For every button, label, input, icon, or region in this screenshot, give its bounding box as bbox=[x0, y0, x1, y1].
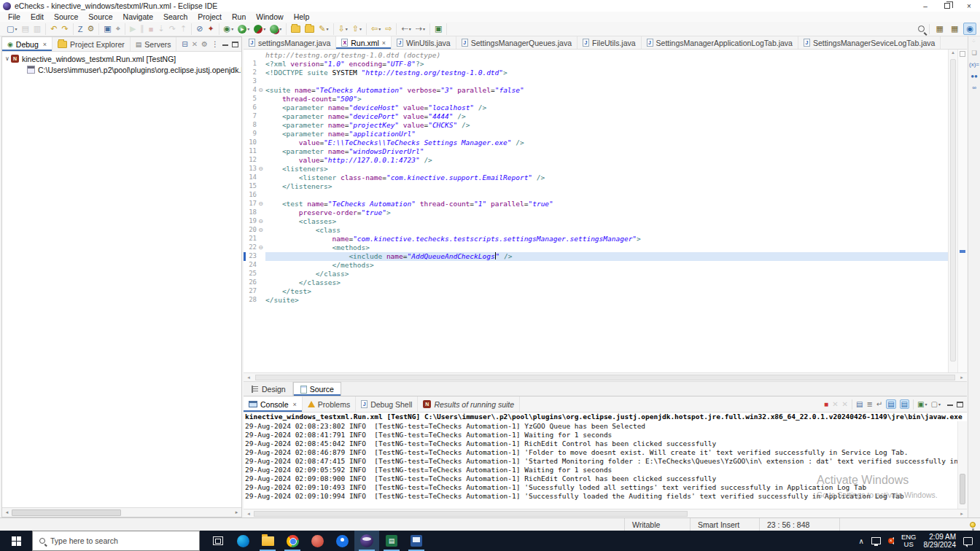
code-line[interactable]: 9 <parameter name="applicationUrl" bbox=[244, 130, 948, 138]
word-wrap-icon[interactable]: ↵ bbox=[876, 400, 882, 408]
scroll-left-icon[interactable]: ◂ bbox=[2, 509, 12, 515]
code-line[interactable]: 14 <listener class-name="com.kinective.s… bbox=[244, 173, 948, 182]
code-line[interactable]: 16 bbox=[244, 191, 948, 200]
java-perspective-icon[interactable]: ▦ bbox=[949, 23, 960, 34]
fold-collapse-icon[interactable]: ⊖ bbox=[257, 165, 265, 173]
strip-handle[interactable]: ⁘ bbox=[972, 39, 977, 44]
dropdown-arrow-icon[interactable]: ▾ bbox=[925, 402, 928, 407]
current-code-line[interactable]: 23 <include name="AddQueueAndCheckLogs" … bbox=[244, 252, 948, 261]
code-line[interactable]: 26 </classes> bbox=[244, 278, 948, 287]
terminate-button[interactable]: ■ bbox=[147, 23, 156, 35]
fold-collapse-icon[interactable]: ⊖ bbox=[257, 226, 265, 235]
show-hidden-icons-icon[interactable]: ∧ bbox=[859, 537, 864, 545]
profile-button[interactable]: ▾ bbox=[268, 23, 284, 35]
console-vscrollbar[interactable] bbox=[957, 421, 967, 509]
scroll-thumb[interactable] bbox=[255, 375, 955, 380]
dropdown-arrow-icon[interactable]: ▾ bbox=[279, 26, 281, 31]
menu-source[interactable]: Source bbox=[83, 12, 117, 21]
collapse-all-icon[interactable]: ⊟ bbox=[182, 40, 187, 48]
step-over-button[interactable]: ↷ bbox=[167, 23, 178, 35]
coverage-button[interactable]: ▾ bbox=[252, 23, 268, 35]
code-line[interactable]: 15 </listeners> bbox=[244, 182, 948, 191]
variables-view-icon[interactable]: (x)= bbox=[969, 61, 979, 68]
close-tab-icon[interactable]: × bbox=[293, 401, 297, 408]
dropdown-arrow-icon[interactable]: ▾ bbox=[263, 26, 265, 31]
code-line[interactable]: 7 <parameter name="devicePort" value="44… bbox=[244, 112, 948, 121]
editor-tab-settingsmanager.java[interactable]: JsettingsManager.java bbox=[244, 36, 336, 49]
next-edit-button[interactable]: ⇨ bbox=[383, 23, 394, 35]
tab-source[interactable]: Source bbox=[293, 382, 341, 396]
remove-launch-icon[interactable]: ✕ bbox=[832, 400, 838, 408]
taskbar-app-eclipse[interactable] bbox=[354, 531, 379, 551]
console-output[interactable]: 29-Aug-2024 02:08:23:802 INFO [TestNG-te… bbox=[244, 421, 967, 509]
taskbar-app-task-view[interactable] bbox=[206, 531, 230, 551]
resume-button[interactable]: ▶ bbox=[128, 23, 138, 35]
language-indicator[interactable]: ENGUS bbox=[901, 534, 917, 548]
view-gear-icon[interactable]: ⚙ bbox=[201, 40, 208, 48]
back-button[interactable]: ⇠▾ bbox=[399, 23, 413, 35]
code-line[interactable]: 12 value="http://127.0.0.1:4723" /> bbox=[244, 156, 948, 165]
fold-collapse-icon[interactable]: ⊖ bbox=[257, 243, 265, 252]
taskbar-app-chrome[interactable] bbox=[280, 531, 305, 551]
menu-help[interactable]: Help bbox=[289, 12, 315, 21]
disconnect-icon[interactable]: ✕ bbox=[192, 40, 198, 48]
open-perspective-icon[interactable]: ▦ bbox=[934, 23, 946, 34]
view-tab-project-explorer[interactable]: Project Explorer bbox=[52, 37, 131, 51]
pin-console-icon[interactable]: ▤ bbox=[886, 399, 895, 409]
undo-button[interactable]: ↶ bbox=[48, 23, 59, 35]
editor-tab-run.xml[interactable]: XRun.xml× bbox=[336, 36, 392, 49]
scroll-thumb[interactable] bbox=[254, 511, 688, 517]
code-line[interactable]: 17⊖ <test name="TeChecks Automation" thr… bbox=[244, 200, 948, 208]
code-line[interactable]: 4⊖<suite name="TeChecks Automation" verb… bbox=[244, 86, 948, 95]
previous-annotation-button[interactable]: ⇧▾ bbox=[350, 23, 364, 35]
editor-tab-settingsmanagerapplicationlogtab.java[interactable]: JSettingsManagerApplicationLogTab.java bbox=[642, 36, 798, 49]
code-line[interactable]: 28</suite> bbox=[244, 296, 948, 305]
action-center-icon[interactable] bbox=[963, 537, 973, 545]
menu-edit[interactable]: Edit bbox=[26, 12, 49, 21]
menu-run[interactable]: Run bbox=[227, 12, 251, 21]
editor-tab-settingsmanagerqueues.java[interactable]: JSettingsManagerQueues.java bbox=[456, 36, 578, 49]
next-annotation-button[interactable]: ⇦▾ bbox=[369, 23, 383, 35]
remove-all-terminated-icon[interactable]: ✕ bbox=[842, 400, 848, 408]
new-wizard-button[interactable]: ▢▾ bbox=[4, 23, 19, 35]
code-line[interactable]: 10 value="E:\\TeChecks\\TeChecks Setting… bbox=[244, 138, 948, 147]
ant-build-button[interactable]: ⚙ bbox=[85, 23, 96, 35]
editor-hscrollbar[interactable]: ◂ ▸ bbox=[244, 372, 967, 381]
scroll-left-icon[interactable]: ◂ bbox=[244, 511, 254, 517]
tab-design[interactable]: Design bbox=[245, 382, 293, 396]
view-menu-icon[interactable]: ⋮ bbox=[211, 40, 219, 48]
forward-button[interactable]: ⇢▾ bbox=[413, 23, 427, 35]
step-into-button[interactable]: ⇣ bbox=[156, 23, 167, 35]
cursor-position-marker[interactable] bbox=[960, 250, 965, 253]
step-return-button[interactable]: ⇡ bbox=[178, 23, 189, 35]
fold-collapse-icon[interactable]: ⊖ bbox=[257, 200, 265, 208]
console-tab-debug-shell[interactable]: JDebug Shell bbox=[356, 396, 418, 412]
dropdown-arrow-icon[interactable]: ▾ bbox=[423, 26, 425, 31]
taskbar-app-maps-pin[interactable] bbox=[330, 531, 354, 551]
debug-button[interactable]: ◉▾ bbox=[222, 23, 236, 35]
open-console-icon[interactable]: ▣▾ bbox=[917, 400, 927, 408]
redo-button[interactable]: ↷ bbox=[59, 23, 70, 35]
code-line[interactable]: 5 thread-count="500"> bbox=[244, 95, 948, 103]
save-button[interactable]: ▤ bbox=[19, 23, 31, 35]
taskbar-app-app-red[interactable] bbox=[305, 531, 330, 551]
scroll-left-icon[interactable]: ◂ bbox=[244, 375, 254, 380]
code-line[interactable]: 11 <parameter name="windowsDriverUrl" bbox=[244, 147, 948, 156]
view-tab-servers[interactable]: ▤Servers bbox=[131, 37, 177, 51]
dropdown-arrow-icon[interactable]: ▾ bbox=[359, 26, 362, 31]
scroll-up-icon[interactable]: ▴ bbox=[949, 50, 957, 58]
search-input[interactable]: Type here to search bbox=[32, 531, 200, 551]
code-line[interactable]: 22⊖ <methods> bbox=[244, 243, 948, 252]
lightbulb-icon[interactable] bbox=[970, 522, 976, 528]
editor-tab-winutils.java[interactable]: JWinUtils.java bbox=[392, 36, 456, 49]
skip-all-breakpoints-button[interactable]: ⊘ bbox=[194, 23, 205, 35]
debug-hscrollbar[interactable]: ◂ ▸ bbox=[2, 507, 241, 517]
volume-muted-icon[interactable] bbox=[888, 537, 894, 544]
close-tab-icon[interactable]: × bbox=[43, 41, 47, 48]
show-on-output-icon[interactable]: ▤ bbox=[900, 399, 909, 409]
suspend-button[interactable]: ∥ bbox=[138, 23, 147, 35]
last-edit-location-button[interactable]: ⇩▾ bbox=[336, 23, 350, 35]
restore-views-icon[interactable]: ❏ bbox=[971, 50, 976, 56]
scroll-thumb[interactable] bbox=[960, 474, 965, 504]
open-type-button[interactable] bbox=[289, 23, 303, 35]
